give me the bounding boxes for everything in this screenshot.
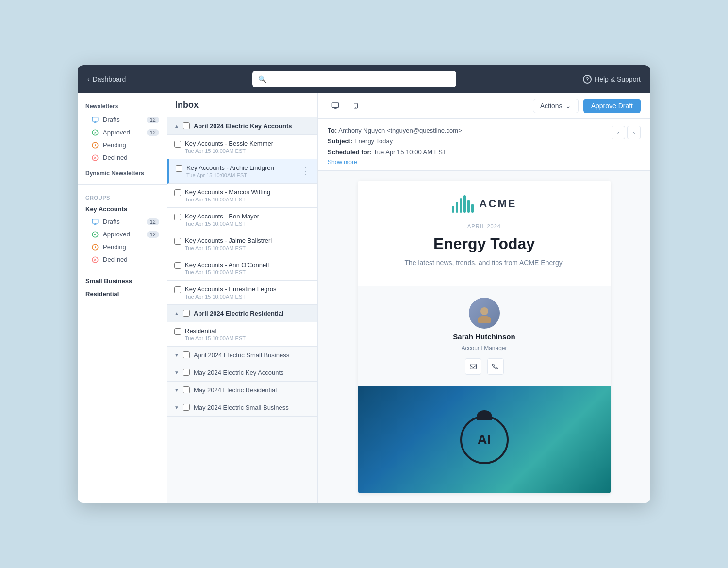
top-nav: ‹ Dashboard 🔍 ? Help & Support — [78, 65, 650, 93]
group-april-key-checkbox[interactable] — [183, 122, 190, 129]
search-input[interactable] — [270, 75, 450, 83]
email-item-ann[interactable]: Key Accounts - Ann O'Connell Tue Apr 15 … — [167, 256, 317, 281]
email-item-bessie[interactable]: Key Accounts - Bessie Kemmer Tue Apr 15 … — [167, 135, 317, 159]
sidebar-item-approved[interactable]: Approved 12 — [78, 126, 167, 139]
approved-icon — [91, 129, 99, 136]
drafts-badge: 12 — [147, 117, 159, 123]
group-may-small-checkbox[interactable] — [183, 404, 190, 411]
next-email-button[interactable]: › — [627, 126, 641, 139]
item-dots-icon[interactable]: ⋮ — [300, 167, 311, 175]
agent-card: Sarah Hutchinson Account Manager — [358, 286, 611, 386]
pending-label: Pending — [103, 141, 159, 149]
svg-point-12 — [478, 316, 491, 323]
ben-date: Tue Apr 15 10:00AM EST — [185, 221, 311, 227]
ann-content: Key Accounts - Ann O'Connell Tue Apr 15 … — [185, 261, 311, 275]
pending-icon — [91, 141, 99, 149]
sidebar-item-ka-approved[interactable]: Approved 12 — [78, 228, 167, 241]
group-april-small-checkbox[interactable] — [183, 351, 190, 358]
ka-approved-icon — [91, 231, 99, 238]
agent-actions — [465, 358, 504, 375]
ai-circle-graphic: AI — [460, 416, 509, 464]
group-april-small-name: April 2024 Electric Small Business — [194, 351, 289, 359]
group-may-key-header[interactable]: ▼ May 2024 Electric Key Accounts — [167, 364, 317, 382]
group-april-2024-key-header[interactable]: ▲ April 2024 Electric Key Accounts — [167, 117, 317, 135]
mobile-view-button[interactable] — [348, 98, 364, 114]
group-may-key-checkbox[interactable] — [183, 369, 190, 376]
jaime-checkbox[interactable] — [174, 238, 181, 245]
residential-content: Residential Tue Apr 15 10:00AM EST — [185, 327, 311, 341]
app-container: ‹ Dashboard 🔍 ? Help & Support Newslette… — [78, 65, 650, 503]
help-support-button[interactable]: ? Help & Support — [583, 75, 641, 84]
agent-avatar — [469, 298, 500, 329]
actions-button[interactable]: Actions ⌄ — [533, 99, 579, 113]
bessie-content: Key Accounts - Bessie Kemmer Tue Apr 15 … — [185, 140, 311, 154]
email-nav-arrows: ‹ › — [612, 126, 641, 139]
scheduled-value: Tue Apr 15 10:00 AM EST — [373, 149, 447, 156]
search-bar[interactable]: 🔍 — [252, 71, 456, 87]
sidebar: Newsletters Drafts 12 Approved 12 Pen — [78, 93, 167, 503]
agent-phone-button[interactable] — [487, 358, 504, 375]
show-more-button[interactable]: Show more — [328, 159, 612, 166]
bessie-checkbox[interactable] — [174, 141, 181, 148]
ben-checkbox[interactable] — [174, 214, 181, 220]
bar-2 — [456, 202, 458, 213]
small-business-label: Small Business — [78, 274, 167, 287]
group-may-residential-header[interactable]: ▼ May 2024 Electric Residential — [167, 382, 317, 399]
actions-label: Actions — [540, 102, 563, 110]
approve-draft-button[interactable]: Approve Draft — [583, 99, 641, 113]
group-april-residential-checkbox[interactable] — [183, 310, 190, 317]
email-item-jaime[interactable]: Key Accounts - Jaime Balistreri Tue Apr … — [167, 232, 317, 256]
ernestine-checkbox[interactable] — [174, 286, 181, 293]
ernestine-date: Tue Apr 15 10:00AM EST — [185, 294, 311, 300]
desktop-view-button[interactable] — [328, 98, 343, 114]
email-item-ben[interactable]: Key Accounts - Ben Mayer Tue Apr 15 10:0… — [167, 208, 317, 232]
back-arrow-icon: ‹ — [87, 75, 90, 83]
group-may-residential-name: May 2024 Electric Residential — [194, 386, 277, 394]
marcos-name: Key Accounts - Marcos Witting — [185, 188, 311, 196]
group-may-key-name: May 2024 Electric Key Accounts — [194, 369, 284, 376]
agent-name: Sarah Hutchinson — [453, 333, 515, 341]
marcos-date: Tue Apr 15 10:00AM EST — [185, 197, 311, 202]
email-newsletter-subtitle: The latest news, trends, and tips from A… — [395, 259, 573, 276]
ben-content: Key Accounts - Ben Mayer Tue Apr 15 10:0… — [185, 213, 311, 227]
dynamic-newsletters-title: Dynamic Newsletters — [78, 170, 167, 181]
chevron-right-icon-6: ▼ — [174, 405, 179, 410]
back-button[interactable]: ‹ Dashboard — [87, 75, 126, 83]
prev-email-button[interactable]: ‹ — [612, 126, 625, 139]
sidebar-item-ka-drafts[interactable]: Drafts 12 — [78, 216, 167, 228]
group-april-small-header[interactable]: ▼ April 2024 Electric Small Business — [167, 347, 317, 364]
declined-label: Declined — [103, 154, 159, 161]
email-item-marcos[interactable]: Key Accounts - Marcos Witting Tue Apr 15… — [167, 184, 317, 208]
ka-declined-label: Declined — [103, 256, 159, 263]
email-item-ernestine[interactable]: Key Accounts - Ernestine Legros Tue Apr … — [167, 281, 317, 305]
sidebar-item-ka-declined[interactable]: Declined — [78, 253, 167, 266]
sidebar-item-declined[interactable]: Declined — [78, 151, 167, 164]
group-may-small-header[interactable]: ▼ May 2024 Electric Small Business — [167, 399, 317, 417]
sidebar-item-drafts[interactable]: Drafts 12 — [78, 114, 167, 126]
bar-3 — [460, 198, 462, 213]
archie-name: Key Accounts - Archie Lindgren — [186, 164, 296, 171]
group-may-residential-checkbox[interactable] — [183, 386, 190, 393]
ben-name: Key Accounts - Ben Mayer — [185, 213, 311, 220]
group-april-residential-header[interactable]: ▲ April 2024 Electric Residential — [167, 305, 317, 322]
bar-6 — [471, 204, 474, 213]
email-list-header: Inbox — [167, 93, 317, 117]
marcos-checkbox[interactable] — [174, 189, 181, 196]
residential-checkbox[interactable] — [174, 328, 181, 335]
email-item-residential[interactable]: Residential Tue Apr 15 10:00AM EST — [167, 322, 317, 347]
to-label: To: — [328, 127, 337, 134]
agent-email-button[interactable] — [465, 358, 481, 375]
drafts-icon — [91, 116, 99, 124]
sidebar-item-ka-pending[interactable]: Pending — [78, 241, 167, 253]
ann-checkbox[interactable] — [174, 262, 181, 269]
archie-checkbox[interactable] — [176, 165, 182, 172]
search-icon: 🔍 — [258, 75, 266, 83]
bessie-date: Tue Apr 15 10:00AM EST — [185, 148, 311, 154]
bar-1 — [452, 206, 454, 213]
archie-date: Tue Apr 15 10:00AM EST — [186, 172, 296, 178]
email-item-archie[interactable]: Key Accounts - Archie Lindgren Tue Apr 1… — [167, 159, 317, 184]
sidebar-item-pending[interactable]: Pending — [78, 139, 167, 151]
groups-label: GROUPS — [78, 189, 167, 202]
ka-drafts-badge: 12 — [147, 218, 159, 225]
group-may-small-name: May 2024 Electric Small Business — [194, 404, 289, 411]
